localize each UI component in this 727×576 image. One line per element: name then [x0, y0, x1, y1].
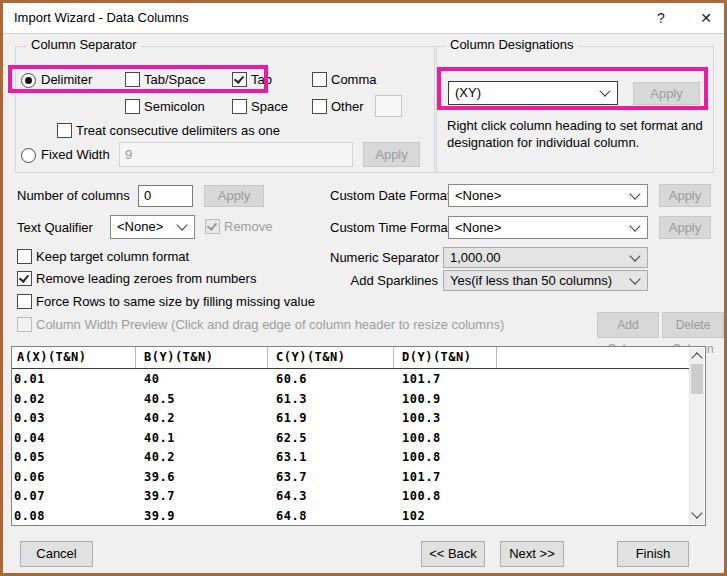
force-rows-checkbox[interactable] — [17, 294, 32, 309]
table-cell — [497, 429, 690, 449]
scroll-up-icon[interactable] — [690, 348, 704, 363]
other-delimiter-input[interactable] — [375, 95, 402, 117]
table-cell: 0.03 — [12, 409, 136, 429]
other-checkbox-label[interactable]: Other — [331, 99, 364, 115]
table-cell: 100.8 — [394, 448, 497, 468]
cancel-button[interactable]: Cancel — [20, 541, 93, 567]
table-row[interactable]: 0.0739.764.3100.8 — [12, 487, 690, 507]
tab-checkbox[interactable] — [232, 72, 247, 87]
table-cell: 0.02 — [12, 390, 136, 410]
delimiter-radio-label[interactable]: Delimiter — [41, 72, 92, 88]
table-cell: 102 — [394, 507, 497, 525]
table-cell: 100.8 — [394, 429, 497, 449]
back-button[interactable]: << Back — [421, 541, 485, 567]
column-header[interactable] — [497, 347, 690, 368]
table-cell: 64.3 — [268, 487, 394, 507]
table-row[interactable]: 0.0540.263.1100.8 — [12, 448, 690, 468]
custom-date-apply-button: Apply — [659, 184, 711, 207]
tab-space-checkbox[interactable] — [125, 72, 140, 87]
delimiter-radio[interactable] — [21, 73, 36, 88]
next-button[interactable]: Next >> — [500, 541, 564, 567]
other-checkbox[interactable] — [312, 99, 327, 114]
chevron-down-icon — [629, 220, 640, 231]
force-rows-checkbox-label[interactable]: Force Rows to same size by filling missi… — [36, 294, 315, 310]
custom-time-format-select[interactable]: <None> — [448, 216, 648, 239]
table-row[interactable]: 0.0639.663.7101.7 — [12, 468, 690, 488]
chevron-down-icon — [176, 219, 187, 230]
remove-leading-zeroes-checkbox[interactable] — [17, 271, 32, 286]
preview-header[interactable]: A(X)(T&N)B(Y)(T&N)C(Y)(T&N)D(Y)(T&N) — [12, 347, 690, 369]
custom-time-format-value: <None> — [455, 220, 501, 235]
table-cell: 40.1 — [136, 429, 268, 449]
table-cell: 64.8 — [268, 507, 394, 525]
scrollbar-thumb[interactable] — [691, 364, 703, 394]
numeric-separator-value: 1,000.00 — [450, 250, 501, 265]
column-header[interactable]: B(Y)(T&N) — [136, 347, 268, 368]
custom-date-format-label: Custom Date Format — [330, 188, 443, 204]
table-cell: 0.08 — [12, 507, 136, 525]
semicolon-checkbox[interactable] — [125, 99, 140, 114]
custom-date-format-value: <None> — [455, 188, 501, 203]
column-header[interactable]: D(Y)(T&N) — [394, 347, 497, 368]
treat-consecutive-checkbox[interactable] — [57, 123, 72, 138]
treat-consecutive-checkbox-label[interactable]: Treat consecutive delimiters as one — [76, 123, 280, 139]
delete-column-button: Delete Column — [662, 312, 724, 338]
add-sparklines-label: Add Sparklines — [330, 273, 438, 289]
scroll-down-icon[interactable] — [690, 509, 704, 524]
table-row[interactable]: 0.0340.261.9100.3 — [12, 409, 690, 429]
table-cell — [497, 390, 690, 410]
help-button[interactable]: ? — [648, 3, 674, 33]
remove-qualifier-checkbox-label: Remove — [224, 219, 272, 235]
designation-select[interactable]: (XY) — [448, 81, 618, 105]
keep-target-format-checkbox[interactable] — [17, 249, 32, 264]
custom-date-format-select[interactable]: <None> — [448, 184, 648, 207]
tab-checkbox-label[interactable]: Tab — [251, 72, 272, 88]
table-row[interactable]: 0.0240.561.3100.9 — [12, 390, 690, 410]
keep-target-format-checkbox-label[interactable]: Keep target column format — [36, 249, 189, 265]
text-qualifier-select[interactable]: <None> — [110, 215, 195, 239]
add-column-button: Add Column — [597, 312, 659, 338]
title-bar[interactable]: Import Wizard - Data Columns ? ✕ — [3, 3, 724, 33]
column-header[interactable]: C(Y)(T&N) — [268, 347, 394, 368]
close-button[interactable]: ✕ — [692, 3, 720, 33]
finish-button[interactable]: Finish — [617, 541, 689, 567]
semicolon-checkbox-label[interactable]: Semicolon — [144, 99, 205, 115]
numeric-separator-label: Numeric Separator — [330, 250, 438, 266]
table-cell: 0.07 — [12, 487, 136, 507]
designation-apply-button: Apply — [633, 82, 700, 105]
number-of-columns-input[interactable]: 0 — [138, 185, 193, 207]
chevron-down-icon — [599, 85, 610, 96]
table-cell — [497, 507, 690, 525]
table-cell: 101.7 — [394, 370, 497, 390]
custom-time-apply-button: Apply — [659, 216, 711, 239]
custom-time-format-label: Custom Time Format — [330, 220, 443, 236]
table-row[interactable]: 0.0440.162.5100.8 — [12, 429, 690, 449]
table-row[interactable]: 0.014060.6101.7 — [12, 370, 690, 390]
table-cell: 40 — [136, 370, 268, 390]
add-sparklines-select[interactable]: Yes(if less than 50 columns) — [443, 270, 648, 291]
number-of-columns-apply-button: Apply — [204, 185, 264, 207]
table-cell: 100.3 — [394, 409, 497, 429]
table-cell — [497, 487, 690, 507]
space-checkbox[interactable] — [232, 99, 247, 114]
import-wizard-dialog: Import Wizard - Data Columns ? ✕ Column … — [0, 0, 727, 576]
vertical-scrollbar[interactable] — [689, 348, 704, 524]
remove-leading-zeroes-checkbox-label[interactable]: Remove leading zeroes from numbers — [36, 271, 256, 287]
preview-body: 0.014060.6101.70.0240.561.3100.90.0340.2… — [12, 370, 690, 524]
chevron-down-icon — [629, 188, 640, 199]
comma-checkbox[interactable] — [312, 72, 327, 87]
fixed-width-radio-label[interactable]: Fixed Width — [41, 147, 110, 163]
table-cell: 61.3 — [268, 390, 394, 410]
tab-space-checkbox-label[interactable]: Tab/Space — [144, 72, 205, 88]
fixed-width-radio[interactable] — [21, 148, 36, 163]
window-title: Import Wizard - Data Columns — [14, 3, 189, 33]
text-qualifier-label: Text Qualifier — [17, 220, 93, 236]
numeric-separator-select[interactable]: 1,000.00 — [443, 247, 648, 268]
table-row[interactable]: 0.0839.964.8102 — [12, 507, 690, 525]
space-checkbox-label[interactable]: Space — [251, 99, 288, 115]
column-header[interactable]: A(X)(T&N) — [12, 347, 136, 368]
comma-checkbox-label[interactable]: Comma — [331, 72, 377, 88]
column-designations-group-label: Column Designations — [446, 38, 578, 52]
dialog-body: Column Separator Delimiter Tab/Space Tab… — [3, 33, 724, 573]
table-cell: 40.5 — [136, 390, 268, 410]
